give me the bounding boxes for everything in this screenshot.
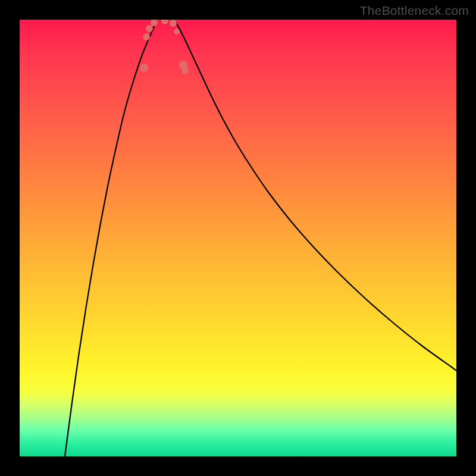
watermark-text: TheBottleneck.com bbox=[360, 4, 469, 18]
chart-area bbox=[20, 20, 456, 456]
data-point-4 bbox=[161, 20, 168, 24]
curve-left-curve bbox=[65, 21, 156, 456]
data-point-2 bbox=[146, 25, 153, 32]
data-point-3 bbox=[151, 20, 158, 26]
data-point-6 bbox=[174, 29, 180, 35]
curve-right-curve bbox=[176, 21, 456, 371]
data-point-0 bbox=[140, 64, 148, 72]
markers-group bbox=[140, 20, 189, 74]
data-point-8 bbox=[181, 67, 189, 74]
curves-group bbox=[65, 21, 456, 456]
data-point-5 bbox=[170, 20, 177, 27]
data-point-1 bbox=[143, 33, 150, 40]
bottleneck-plot bbox=[20, 20, 456, 456]
